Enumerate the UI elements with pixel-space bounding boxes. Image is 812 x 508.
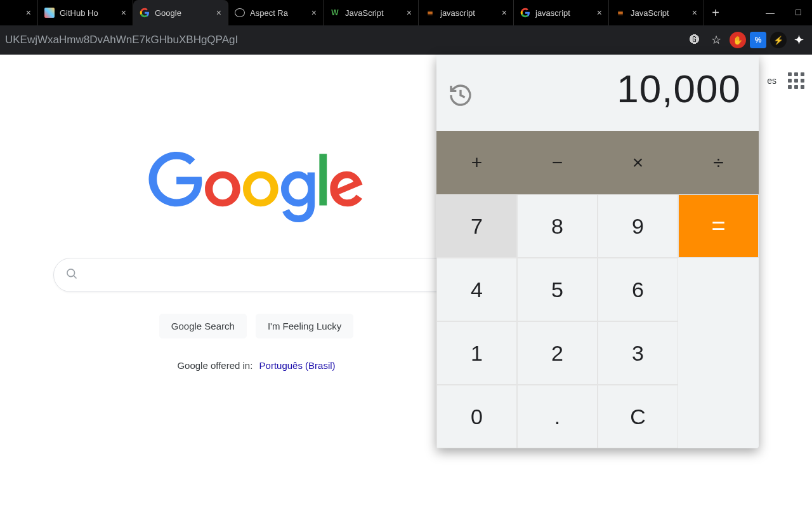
calc-5-button[interactable]: 5 <box>517 258 598 321</box>
calc-0-button[interactable]: 0 <box>436 385 517 448</box>
svg-line-1 <box>74 276 76 278</box>
tab-aspect[interactable]: Aspect Ra × <box>228 0 324 25</box>
new-tab-button[interactable]: + <box>704 0 727 25</box>
calc-4-button[interactable]: 4 <box>436 258 517 321</box>
images-link-fragment[interactable]: es <box>767 76 776 86</box>
calc-numpad: 7 8 9 = 4 5 6 1 2 3 0 . C <box>436 194 759 448</box>
calc-3-button[interactable]: 3 <box>598 321 678 385</box>
language-offer: Google offered in: Português (Brasil) <box>0 360 513 371</box>
search-icon <box>65 267 78 283</box>
calc-value: 10,000 <box>617 66 741 111</box>
ext-bolt-icon[interactable]: ⚡ <box>770 32 787 48</box>
svg-point-0 <box>67 269 75 276</box>
tab-strip: × GitHub Ho × Google × Aspect Ra × W Jav… <box>0 0 812 25</box>
google-favicon-icon <box>140 8 150 18</box>
minimize-button[interactable]: — <box>756 8 784 18</box>
offered-prefix: Google offered in: <box>177 360 252 371</box>
lucky-button[interactable]: I'm Feeling Lucky <box>256 314 353 338</box>
page-content: es Google Search I'm Feeling Lucky Googl… <box>0 55 812 508</box>
close-icon[interactable]: × <box>216 8 221 18</box>
extensions-area: ✋ % ⚡ ✦ <box>730 32 807 48</box>
calc-2-button[interactable]: 2 <box>517 321 598 385</box>
w3-icon: W <box>330 8 340 18</box>
top-right-links: es <box>767 72 804 89</box>
tab-js-w3[interactable]: W JavaScript × <box>324 0 419 25</box>
history-icon[interactable] <box>448 83 473 108</box>
url-field[interactable]: UKEwjWxaHmw8DvAhWnE7kGHbuXBHgQPAgI <box>5 34 681 46</box>
stackoverflow-icon: ≣ <box>425 8 435 18</box>
close-icon[interactable]: × <box>692 8 697 18</box>
calc-clear-button[interactable]: C <box>598 385 678 448</box>
offered-language-link[interactable]: Português (Brasil) <box>259 360 336 371</box>
calc-equals-button[interactable]: = <box>678 194 759 258</box>
close-icon[interactable]: × <box>407 8 412 18</box>
tab-github[interactable]: GitHub Ho × <box>38 0 133 25</box>
calc-display: 10,000 <box>436 55 759 131</box>
tab-0[interactable]: × <box>0 0 38 25</box>
address-bar: UKEwjWxaHmw8DvAhWnE7kGHbuXBHgQPAgI 🅖 ☆ ✋… <box>0 25 812 55</box>
window-controls: — ☐ <box>756 0 812 25</box>
bookmark-star-icon[interactable]: ☆ <box>708 33 724 47</box>
calc-div-button[interactable]: ÷ <box>678 131 759 194</box>
calc-6-button[interactable]: 6 <box>598 258 678 321</box>
calc-1-button[interactable]: 1 <box>436 321 517 385</box>
close-icon[interactable]: × <box>502 8 507 18</box>
search-buttons: Google Search I'm Feeling Lucky <box>0 314 513 338</box>
calc-9-button[interactable]: 9 <box>598 194 678 258</box>
close-icon[interactable]: × <box>26 8 31 18</box>
search-input[interactable] <box>86 269 447 281</box>
calc-add-button[interactable]: + <box>436 131 517 194</box>
translate-icon[interactable]: 🅖 <box>686 34 703 46</box>
ext-percent-icon[interactable]: % <box>750 32 766 48</box>
calculator-popup: 10,000 + − × ÷ 7 8 9 = 4 5 6 1 2 3 0 . C <box>436 55 759 448</box>
calc-sub-button[interactable]: − <box>517 131 598 194</box>
calc-dot-button[interactable]: . <box>517 385 598 448</box>
calc-8-button[interactable]: 8 <box>517 194 598 258</box>
search-box[interactable] <box>53 258 459 292</box>
ext-ublock-icon[interactable]: ✋ <box>730 32 746 48</box>
globe-icon <box>235 8 245 17</box>
apps-grid-icon[interactable] <box>788 72 804 89</box>
extensions-menu-icon[interactable]: ✦ <box>790 32 807 48</box>
google-search-button[interactable]: Google Search <box>159 314 247 338</box>
tab-label: Aspect Ra <box>250 8 306 18</box>
tab-label: GitHub Ho <box>60 8 116 18</box>
favicon-icon <box>44 8 55 18</box>
stackoverflow-icon: ≣ <box>615 8 625 18</box>
google-main: Google Search I'm Feeling Lucky Google o… <box>0 150 513 371</box>
tab-label: javascript <box>440 8 497 18</box>
google-logo <box>148 150 364 226</box>
tab-js-g[interactable]: javascript × <box>514 0 609 25</box>
google-favicon-icon <box>520 8 530 18</box>
tab-js-so2[interactable]: ≣ JavaScript × <box>609 0 704 25</box>
tab-label: javascript <box>535 8 592 18</box>
calc-op-row: + − × ÷ <box>436 131 759 194</box>
calc-7-button[interactable]: 7 <box>436 194 517 258</box>
tab-label: JavaScript <box>631 8 687 18</box>
tab-js-so1[interactable]: ≣ javascript × <box>419 0 514 25</box>
close-icon[interactable]: × <box>311 8 317 18</box>
close-icon[interactable]: × <box>597 8 602 18</box>
tab-google[interactable]: Google × <box>133 0 228 25</box>
calc-mul-button[interactable]: × <box>598 131 678 194</box>
close-icon[interactable]: × <box>121 8 126 18</box>
tab-label: Google <box>155 8 211 18</box>
tab-label: JavaScript <box>345 8 402 18</box>
maximize-button[interactable]: ☐ <box>784 8 812 17</box>
